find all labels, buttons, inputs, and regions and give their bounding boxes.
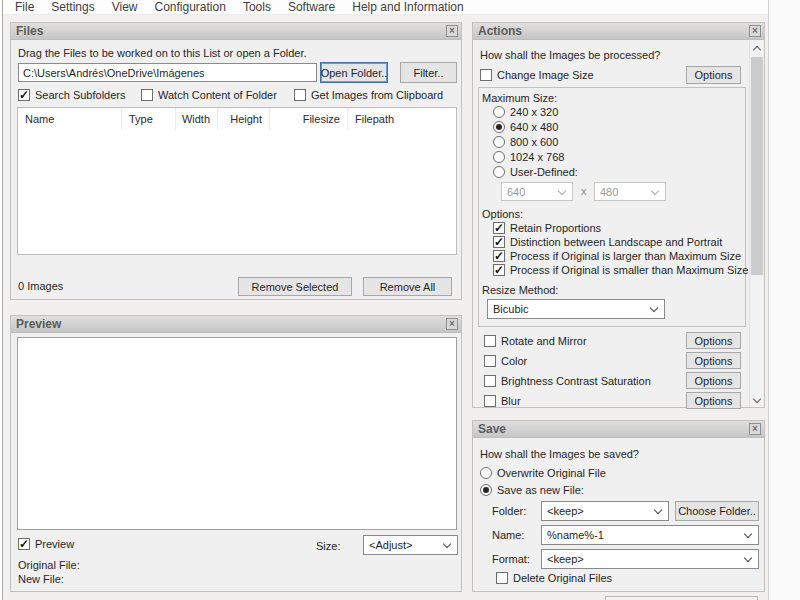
radio-800x600[interactable]: 800 x 600 [493,136,558,148]
radio-circle [480,467,492,479]
overwrite-original-label: Overwrite Original File [497,467,606,479]
user-height-select[interactable]: 480 [594,182,666,201]
close-icon[interactable]: × [446,318,458,330]
menu-settings[interactable]: Settings [51,0,94,15]
menu-software[interactable]: Software [288,0,335,15]
menu-view[interactable]: View [112,0,138,15]
color-label: Color [501,355,527,367]
column-header-name[interactable]: Name [18,108,122,130]
radio-user-defined[interactable]: User-Defined: [493,166,578,178]
preview-checkbox[interactable]: Preview [18,538,74,550]
retain-proportions-checkbox[interactable]: Retain Proportions [493,222,601,234]
checkbox-box [18,89,30,101]
delete-original-label: Delete Original Files [513,572,612,584]
name-label: Name: [492,529,524,541]
menu-configuration[interactable]: Configuration [155,0,226,15]
save-as-new-radio[interactable]: Save as new File: [480,484,584,496]
radio-240x320[interactable]: 240 x 320 [493,106,558,118]
column-header-width[interactable]: Width [176,108,218,130]
close-icon[interactable]: × [749,25,761,37]
rotate-mirror-options-button[interactable]: Options [686,332,741,349]
menu-tools[interactable]: Tools [243,0,271,15]
scroll-down-icon[interactable] [750,393,764,407]
blur-checkbox[interactable]: Blur [484,395,521,407]
remove-all-button[interactable]: Remove All [363,277,452,296]
checkbox-box [480,69,492,81]
change-size-options-button[interactable]: Options [686,66,741,84]
size-label: Size: [316,540,340,552]
checkbox-box [18,538,30,550]
radio-circle [493,121,505,133]
file-list-table[interactable]: Name Type Width Height Filesize Filepath [17,107,457,255]
user-width-select[interactable]: 640 [501,182,573,201]
overwrite-original-radio[interactable]: Overwrite Original File [480,467,606,479]
new-file-label: New File: [18,573,64,585]
image-count-status: 0 Images [18,280,63,292]
landscape-portrait-checkbox[interactable]: Distinction between Landscape and Portra… [493,236,722,248]
radio-circle [493,151,505,163]
radio-circle [480,484,492,496]
search-subfolders-checkbox[interactable]: Search Subfolders [18,89,126,101]
preview-panel: Preview × Preview Size: <Adjust> Origina… [10,315,462,592]
files-panel-title: Files [16,24,43,38]
format-select[interactable]: <keep> [541,549,759,569]
scroll-up-icon[interactable] [750,41,764,55]
preview-size-select[interactable]: <Adjust> [363,535,458,555]
maximum-size-label: Maximum Size: [482,92,557,104]
process-smaller-checkbox[interactable]: Process if Original is smaller than Maxi… [493,264,748,276]
preview-panel-title: Preview [16,317,61,331]
column-header-filesize[interactable]: Filesize [270,108,348,130]
menu-file[interactable]: File [15,0,34,15]
checkbox-box [484,335,496,347]
resize-method-label: Resize Method: [482,284,558,296]
watch-content-checkbox[interactable]: Watch Content of Folder [141,89,277,101]
folder-select[interactable]: <keep> [541,501,669,521]
name-select[interactable]: %name%-1 [541,525,759,545]
column-header-type[interactable]: Type [122,108,176,130]
blur-options-button[interactable]: Options [686,392,741,409]
checkbox-box [493,236,505,248]
actions-scrollbar[interactable] [749,41,763,407]
scrollbar-thumb[interactable] [751,57,763,275]
clipboard-checkbox[interactable]: Get Images from Clipboard [294,89,443,101]
brightness-contrast-label: Brightness Contrast Saturation [501,375,651,387]
filter-button[interactable]: Filter.. [400,62,457,83]
save-as-new-label: Save as new File: [497,484,584,496]
process-larger-checkbox[interactable]: Process if Original is larger than Maxim… [493,250,741,262]
radio-800x600-label: 800 x 600 [510,136,558,148]
radio-640x480-label: 640 x 480 [510,121,558,133]
open-folder-button[interactable]: Open Folder.. [320,62,388,83]
menu-bar: File Settings View Configuration Tools S… [3,0,768,15]
close-icon[interactable]: × [749,423,761,435]
files-panel: Files × Drag the Files to be worked on t… [10,22,462,300]
remove-selected-button[interactable]: Remove Selected [238,277,352,296]
menu-help[interactable]: Help and Information [352,0,463,15]
color-options-button[interactable]: Options [686,352,741,369]
format-label: Format: [492,553,530,565]
radio-circle [493,106,505,118]
radio-1024x768[interactable]: 1024 x 768 [493,151,564,163]
column-header-filepath[interactable]: Filepath [348,108,456,130]
process-button-partial[interactable] [605,596,758,600]
checkbox-box [141,89,153,101]
landscape-portrait-label: Distinction between Landscape and Portra… [510,236,722,248]
search-subfolders-label: Search Subfolders [35,89,126,101]
color-checkbox[interactable]: Color [484,355,527,367]
checkbox-box [484,375,496,387]
column-header-height[interactable]: Height [218,108,270,130]
folder-path-input[interactable]: C:\Users\Andrés\OneDrive\Imágenes [18,63,317,82]
brightness-options-button[interactable]: Options [686,372,741,389]
choose-folder-button[interactable]: Choose Folder.. [675,501,759,521]
radio-640x480[interactable]: 640 x 480 [493,121,558,133]
close-icon[interactable]: × [446,25,458,37]
blur-label: Blur [501,395,521,407]
delete-original-checkbox[interactable]: Delete Original Files [496,572,612,584]
process-smaller-label: Process if Original is smaller than Maxi… [510,264,748,276]
rotate-mirror-checkbox[interactable]: Rotate and Mirror [484,335,587,347]
checkbox-box [496,572,508,584]
brightness-contrast-checkbox[interactable]: Brightness Contrast Saturation [484,375,651,387]
resize-method-select[interactable]: Bicubic [487,299,665,319]
actions-panel-titlebar: Actions × [473,23,764,40]
checkbox-box [484,395,496,407]
change-image-size-checkbox[interactable]: Change Image Size [480,69,594,81]
